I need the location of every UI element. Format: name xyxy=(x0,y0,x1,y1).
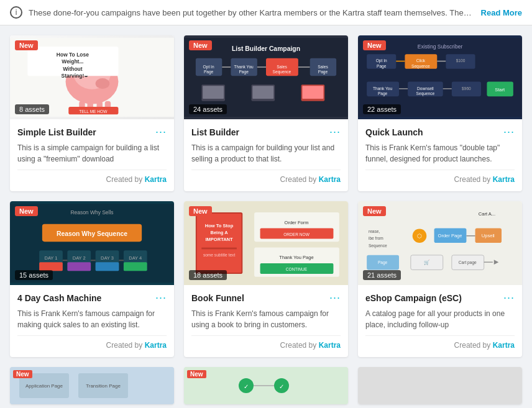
svg-text:🛒: 🛒 xyxy=(424,260,430,265)
card-image-wrapper: Cart A... rease, ibe from Sequence ⬡ Ord… xyxy=(358,201,522,285)
info-icon: i xyxy=(10,6,22,19)
svg-text:Upsell: Upsell xyxy=(482,233,495,238)
read-more-button[interactable]: Read More xyxy=(481,8,522,17)
banner-text: These done-for-you campaigns have been p… xyxy=(29,8,475,17)
svg-text:Sequence: Sequence xyxy=(273,70,291,75)
badge-assets: 18 assets xyxy=(189,270,227,280)
svg-text:IMPORTANT: IMPORTANT xyxy=(205,237,233,242)
badge-assets: 15 assets xyxy=(15,270,53,280)
card-footer: Created by Kartra xyxy=(365,170,515,184)
svg-text:Reason Why Sequence: Reason Why Sequence xyxy=(57,230,127,237)
card-title: List Builder xyxy=(191,127,239,137)
svg-text:Page: Page xyxy=(378,260,388,265)
svg-text:Cart A...: Cart A... xyxy=(479,211,495,217)
svg-text:⬡: ⬡ xyxy=(417,232,422,239)
svg-text:Downsell: Downsell xyxy=(417,86,434,91)
svg-text:Order Page: Order Page xyxy=(438,233,462,238)
card-simple-list-builder: How To Lose Weight... Without Starving! … xyxy=(10,35,174,191)
card-footer: Created by Kartra xyxy=(17,335,167,350)
info-banner: i These done-for-you campaigns have been… xyxy=(0,0,532,25)
author-link[interactable]: Kartra xyxy=(145,175,167,184)
card-title-row: List Builder ··· xyxy=(191,125,341,138)
card-description: This is a campaign for building your lis… xyxy=(191,142,341,165)
svg-text:Reason Why Sells: Reason Why Sells xyxy=(70,209,113,215)
svg-rect-90 xyxy=(201,248,237,250)
bottom-card-1: Application Page Transition Page New xyxy=(10,367,174,404)
svg-text:CONTINUE: CONTINUE xyxy=(286,267,308,271)
svg-text:Weight...: Weight... xyxy=(62,58,83,65)
svg-text:rease,: rease, xyxy=(369,229,380,233)
card-menu-icon[interactable]: ··· xyxy=(503,125,515,138)
svg-text:Page: Page xyxy=(377,64,387,69)
svg-text:$100: $100 xyxy=(456,58,466,63)
svg-text:✓: ✓ xyxy=(244,383,249,390)
bottom-partial-row: Application Page Transition Page New ✓ ✓… xyxy=(0,367,532,408)
card-description: This is Frank Kern's famous campaign for… xyxy=(191,308,341,330)
svg-text:Order Form: Order Form xyxy=(285,220,309,225)
badge-new: New xyxy=(189,40,212,50)
card-menu-icon[interactable]: ··· xyxy=(155,291,167,304)
svg-text:Thank You Page: Thank You Page xyxy=(279,255,313,260)
svg-text:Sequence: Sequence xyxy=(369,243,387,248)
svg-text:How To Stop: How To Stop xyxy=(205,223,234,229)
card-footer: Created by Kartra xyxy=(191,170,341,184)
card-title: Book Funnel xyxy=(191,293,244,303)
badge-new: New xyxy=(13,370,32,378)
card-image-wrapper: List Builder Campaign Opt In Page Thank … xyxy=(184,35,348,119)
card-body: Book Funnel ··· This is Frank Kern's fam… xyxy=(184,285,348,357)
card-book-funnel: How To Stop Being A IMPORTANT some subti… xyxy=(184,201,348,357)
author-link[interactable]: Kartra xyxy=(145,341,167,350)
card-description: This is a simple campaign for building a… xyxy=(17,142,167,165)
svg-text:Thank You: Thank You xyxy=(373,86,392,91)
card-title: Quick Launch xyxy=(365,127,423,137)
svg-rect-36 xyxy=(203,86,224,99)
author-link[interactable]: Kartra xyxy=(319,175,341,184)
card-partial-image: Application Page Transition Page New xyxy=(10,367,174,404)
svg-text:✓: ✓ xyxy=(279,383,284,390)
author-link[interactable]: Kartra xyxy=(493,175,515,184)
card-title-row: Book Funnel ··· xyxy=(191,291,341,304)
card-image-wrapper: How To Stop Being A IMPORTANT some subti… xyxy=(184,201,348,285)
svg-text:DAY 4: DAY 4 xyxy=(129,255,142,261)
badge-new: New xyxy=(187,370,206,378)
card-description: A catalog page for all your products in … xyxy=(365,308,515,330)
card-menu-icon[interactable]: ··· xyxy=(503,291,515,304)
svg-rect-40 xyxy=(302,86,323,99)
svg-point-3 xyxy=(96,78,110,89)
svg-text:DAY 1: DAY 1 xyxy=(44,255,57,261)
card-title: 4 Day Cash Machine xyxy=(17,293,101,303)
card-image-wrapper: Reason Why Sells Reason Why Sequence DAY… xyxy=(10,201,174,285)
svg-text:List Builder Campaign: List Builder Campaign xyxy=(232,45,300,52)
bottom-card-2: ✓ ✓ New xyxy=(184,367,348,404)
svg-text:Start: Start xyxy=(495,87,505,93)
card-list-builder: List Builder Campaign Opt In Page Thank … xyxy=(184,35,348,191)
card-title-row: Simple List Builder ··· xyxy=(17,125,167,138)
svg-text:Cart page: Cart page xyxy=(459,260,477,265)
card-footer: Created by Kartra xyxy=(191,335,341,350)
author-link[interactable]: Kartra xyxy=(493,341,515,350)
badge-new: New xyxy=(189,206,212,216)
author-link[interactable]: Kartra xyxy=(319,341,341,350)
card-menu-icon[interactable]: ··· xyxy=(155,125,167,138)
svg-text:Page: Page xyxy=(318,70,328,75)
svg-text:Sales: Sales xyxy=(277,65,287,69)
card-body: Quick Launch ··· This is Frank Kern's fa… xyxy=(358,119,522,191)
card-title: eShop Campaign (eSC) xyxy=(365,293,462,303)
card-body: Simple List Builder ··· This is a simple… xyxy=(10,119,174,191)
card-partial-image: ✓ ✓ New xyxy=(184,367,348,404)
card-4-day-cash-machine: Reason Why Sells Reason Why Sequence DAY… xyxy=(10,201,174,357)
card-menu-icon[interactable]: ··· xyxy=(329,125,341,138)
card-partial-image xyxy=(358,367,522,404)
badge-assets: 22 assets xyxy=(363,104,401,114)
svg-text:Existing Subscriber: Existing Subscriber xyxy=(418,43,463,50)
svg-text:Page: Page xyxy=(378,91,388,96)
svg-rect-80 xyxy=(124,262,147,271)
svg-text:TELL ME HOW: TELL ME HOW xyxy=(79,109,108,114)
svg-text:Thank You: Thank You xyxy=(234,65,254,69)
svg-text:Sequence: Sequence xyxy=(411,64,430,69)
card-description: This is Frank Kern's famous "double tap"… xyxy=(365,142,515,165)
card-menu-icon[interactable]: ··· xyxy=(329,291,341,304)
card-image-wrapper: Existing Subscriber Opt In Page Click Se… xyxy=(358,35,522,119)
svg-text:Without: Without xyxy=(63,66,83,72)
campaigns-grid: How To Lose Weight... Without Starving! … xyxy=(0,25,532,367)
